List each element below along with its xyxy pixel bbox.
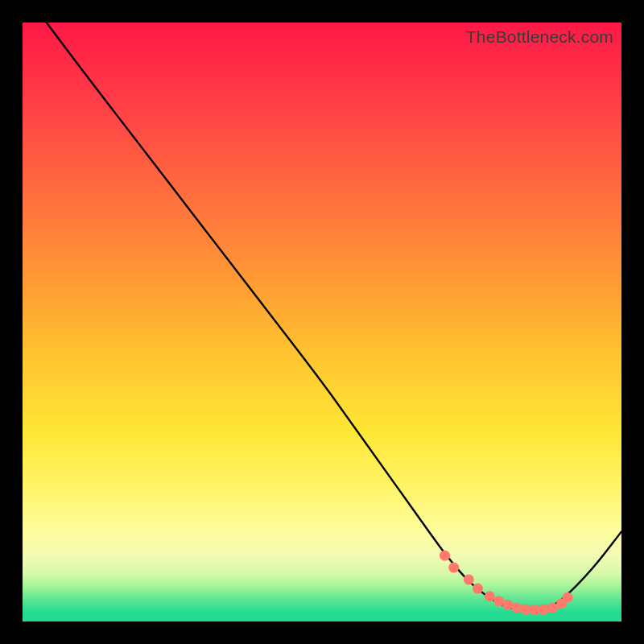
chart-frame: TheBottleneck.com [23,23,621,621]
watermark-label: TheBottleneck.com [466,27,613,47]
gradient-background [23,23,621,621]
